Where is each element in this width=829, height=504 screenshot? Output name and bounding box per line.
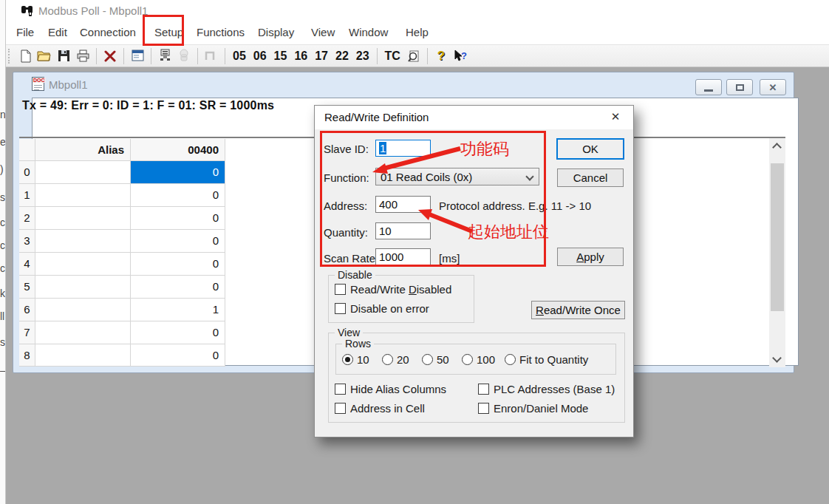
address-in-cell-checkbox[interactable]: Address in Cell	[335, 402, 425, 415]
vertical-scrollbar[interactable]	[769, 138, 785, 367]
grid-value-cell[interactable]: 0	[131, 230, 225, 253]
print-button[interactable]	[74, 47, 92, 65]
grid-rowhdr[interactable]: 3	[19, 230, 35, 253]
checkbox-icon	[335, 303, 346, 314]
scroll-up-icon[interactable]	[772, 143, 782, 152]
communication-log-button[interactable]	[175, 47, 193, 65]
menu-view[interactable]: View	[311, 24, 335, 41]
menu-display[interactable]: Display	[258, 24, 294, 41]
grid-value-cell[interactable]: 0	[131, 253, 225, 276]
function-16-button[interactable]: 16	[291, 47, 310, 65]
function-06-button[interactable]: 06	[250, 47, 270, 65]
child-restore-button[interactable]	[726, 79, 753, 95]
grid-rowhdr[interactable]: 8	[19, 344, 35, 367]
child-close-button[interactable]: ✕	[760, 79, 786, 95]
test-center-button[interactable]: TC	[382, 47, 403, 65]
menu-edit[interactable]: Edit	[48, 24, 67, 41]
grid-alias-cell[interactable]	[35, 161, 131, 184]
new-file-icon	[19, 50, 32, 63]
apply-button[interactable]: Apply	[557, 248, 624, 266]
view-group-legend: View	[335, 327, 363, 338]
checkbox-icon	[335, 284, 346, 295]
grid-value-cell[interactable]: 0	[131, 321, 225, 344]
function-22-button[interactable]: 22	[332, 47, 352, 65]
scrollbar-thumb[interactable]	[771, 163, 784, 311]
about-help-button[interactable]: ?	[432, 47, 450, 65]
background-window-sliver: n e ) s c c c k ll s _l	[0, 0, 6, 504]
grid-alias-cell[interactable]	[35, 184, 131, 207]
display-setup-button[interactable]	[129, 47, 146, 65]
enron-daniel-mode-checkbox[interactable]: Enron/Daniel Mode	[478, 402, 588, 415]
cancel-poll-button[interactable]	[101, 47, 119, 65]
grid-rowhdr[interactable]: 5	[19, 276, 35, 299]
ok-button[interactable]: OK	[556, 138, 624, 160]
grid-rowhdr[interactable]: 4	[19, 253, 35, 276]
grid-alias-cell[interactable]	[35, 344, 131, 367]
single-pulse-button[interactable]	[202, 47, 220, 65]
restore-icon	[736, 84, 744, 91]
grid-rowhdr[interactable]: 6	[19, 299, 35, 321]
radio-selected-icon	[342, 354, 353, 365]
grid-rowhdr[interactable]: 7	[19, 321, 35, 344]
checkbox-icon	[478, 384, 489, 395]
disable-on-error-checkbox[interactable]: Disable on error	[335, 302, 429, 315]
rows-20-radio[interactable]: 20	[382, 353, 409, 366]
communication-traffic-button[interactable]	[156, 47, 174, 65]
grid-value-cell[interactable]: 0	[131, 276, 225, 299]
cancel-button[interactable]: Cancel	[557, 168, 624, 187]
toolbar-separator	[96, 48, 97, 64]
menu-connection[interactable]: Connection	[80, 24, 136, 41]
read-write-definition-dialog: Read/Write Definition ✕ Slave ID: 1 Func…	[314, 105, 634, 437]
bg-text-fragment: c	[0, 262, 5, 274]
read-write-once-button[interactable]: Read/Write Once	[531, 301, 625, 319]
grid-value-cell-selected[interactable]: 0	[131, 161, 225, 184]
toolbar: 05 06 15 16 17 22 23 TC ? ?	[6, 44, 829, 67]
grid-alias-cell[interactable]	[35, 230, 131, 253]
radio-icon	[422, 354, 433, 365]
hide-alias-columns-checkbox[interactable]: Hide Alias Columns	[335, 383, 446, 395]
grid-rowhdr[interactable]: 0	[19, 161, 35, 184]
grid-alias-cell[interactable]	[35, 299, 131, 321]
menu-window[interactable]: Window	[349, 24, 388, 41]
menu-file[interactable]: File	[16, 24, 34, 41]
grid-value-cell[interactable]: 0	[131, 344, 225, 367]
menu-functions[interactable]: Functions	[197, 24, 245, 41]
fit-to-quantity-radio[interactable]: Fit to Quantity	[505, 353, 588, 366]
menu-help[interactable]: Help	[406, 24, 429, 41]
open-file-button[interactable]	[35, 47, 53, 65]
grid-value-cell[interactable]: 0	[131, 207, 225, 230]
grid-header-alias[interactable]: Alias	[35, 139, 131, 161]
grid-alias-cell[interactable]	[35, 207, 131, 230]
grid-alias-cell[interactable]	[35, 253, 131, 276]
rows-100-radio[interactable]: 100	[462, 353, 495, 366]
bg-text-fragment: c	[0, 239, 5, 251]
read-write-disabled-checkbox[interactable]: Read/Write Disabled	[335, 283, 451, 296]
setup-annotation-box	[143, 15, 184, 46]
function-23-button[interactable]: 23	[353, 47, 372, 65]
rows-10-radio[interactable]: 10	[342, 353, 369, 366]
print-preview-button[interactable]	[405, 47, 423, 65]
function-15-button[interactable]: 15	[271, 47, 290, 65]
context-help-button[interactable]: ?	[451, 47, 469, 65]
grid-rowhdr[interactable]: 2	[19, 207, 35, 230]
grid-rowhdr[interactable]: 1	[19, 184, 35, 207]
plc-addresses-checkbox[interactable]: PLC Addresses (Base 1)	[478, 383, 615, 395]
dialog-close-icon[interactable]: ✕	[608, 110, 623, 123]
function-17-button[interactable]: 17	[312, 47, 331, 65]
grid-value-cell[interactable]: 1	[131, 299, 225, 321]
scroll-down-icon[interactable]	[772, 353, 782, 363]
grid-alias-cell[interactable]	[35, 321, 131, 344]
dialog-titlebar: Read/Write Definition ✕	[315, 106, 633, 129]
grid-value-cell[interactable]: 0	[131, 184, 225, 207]
window-panel-icon	[132, 50, 144, 62]
radio-icon	[462, 354, 473, 365]
new-file-button[interactable]	[16, 47, 34, 65]
grid-header-address[interactable]: 00400	[131, 139, 225, 161]
child-minimize-button[interactable]	[695, 79, 722, 95]
svg-text:?: ?	[461, 50, 467, 61]
function-05-button[interactable]: 05	[230, 47, 249, 65]
grid-alias-cell[interactable]	[35, 276, 131, 299]
rows-50-radio[interactable]: 50	[422, 353, 449, 366]
save-button[interactable]	[55, 47, 72, 65]
grid-corner-header	[19, 139, 35, 161]
